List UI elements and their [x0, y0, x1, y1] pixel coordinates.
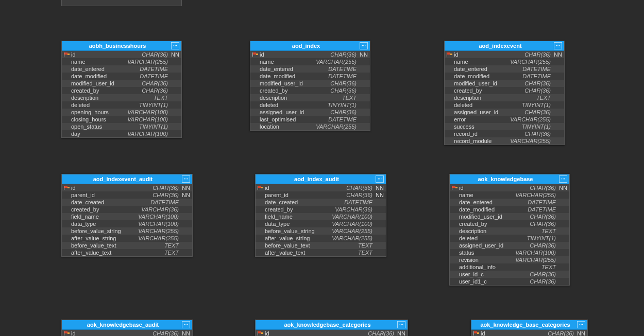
table-row[interactable]: assigned_user_idCHAR(36) — [450, 242, 569, 249]
table-row[interactable]: modified_user_idCHAR(36) — [450, 213, 569, 220]
table-row[interactable]: open_statusTINYINT(1) — [62, 123, 181, 130]
table-row[interactable]: date_modifiedDATETIME — [250, 73, 370, 80]
table-aod_indexevent[interactable]: aod_indexevent⋯idCHAR(36)NNnameVARCHAR(2… — [444, 41, 565, 145]
table-header[interactable]: aok_knowledgebase_audit⋯ — [62, 320, 192, 330]
table-row[interactable]: date_enteredDATETIME — [450, 199, 569, 206]
table-row[interactable]: parent_idCHAR(36)NN — [256, 191, 386, 199]
table-header[interactable]: aod_indexevent_audit⋯ — [62, 174, 192, 184]
table-row[interactable]: deletedTINYINT(1) — [445, 101, 564, 109]
table-aok_knowledgebase_audit[interactable]: aok_knowledgebase_audit⋯idCHAR(36)NN — [61, 320, 193, 336]
table-row[interactable]: nameVARCHAR(255) — [450, 191, 569, 199]
table-row[interactable]: descriptionTEXT — [445, 94, 564, 101]
table-row[interactable]: parent_idCHAR(36)NN — [62, 191, 192, 199]
table-menu-icon[interactable]: ⋯ — [577, 321, 585, 328]
table-row[interactable]: assigned_user_idCHAR(36) — [250, 109, 370, 116]
table-menu-icon[interactable]: ⋯ — [182, 321, 190, 328]
table-header[interactable]: aok_knowledgebase_categories⋯ — [256, 320, 408, 330]
table-row[interactable]: after_value_stringVARCHAR(255) — [256, 235, 386, 242]
table-row[interactable]: date_enteredDATETIME — [62, 65, 181, 73]
table-row[interactable]: idCHAR(36)NN — [256, 184, 386, 191]
table-row[interactable]: locationVARCHAR(255) — [250, 123, 370, 130]
table-row[interactable]: after_value_stringVARCHAR(255) — [62, 235, 192, 242]
table-row[interactable]: date_modifiedDATETIME — [450, 206, 569, 213]
table-menu-icon[interactable]: ⋯ — [182, 175, 190, 183]
table-row[interactable]: nameVARCHAR(255) — [445, 58, 564, 65]
table-row[interactable]: before_value_textTEXT — [256, 242, 386, 249]
table-header[interactable]: aod_index⋯ — [250, 41, 370, 51]
table-menu-icon[interactable]: ⋯ — [559, 175, 567, 183]
table-row[interactable]: data_typeVARCHAR(100) — [256, 220, 386, 227]
table-row[interactable]: user_id_cCHAR(36) — [450, 271, 569, 278]
table-row[interactable]: date_enteredDATETIME — [445, 65, 564, 73]
table-aod_indexevent_audit[interactable]: aod_indexevent_audit⋯idCHAR(36)NNparent_… — [61, 174, 193, 257]
table-header[interactable]: aok_knowledgebase⋯ — [450, 174, 569, 184]
table-row[interactable]: deletedTINYINT(1) — [450, 235, 569, 242]
table-row[interactable]: idCHAR(36)NN — [256, 330, 408, 336]
table-row[interactable]: descriptionTEXT — [62, 94, 181, 101]
table-row[interactable]: descriptionTEXT — [450, 227, 569, 235]
table-row[interactable]: record_moduleVARCHAR(255) — [445, 137, 564, 145]
table-row[interactable]: after_value_textTEXT — [256, 249, 386, 256]
table-header[interactable]: aod_indexevent⋯ — [445, 41, 564, 51]
table-row[interactable]: after_value_textTEXT — [62, 249, 192, 256]
table-row[interactable]: idCHAR(36)NN — [62, 184, 192, 191]
table-row[interactable]: nameVARCHAR(255) — [250, 58, 370, 65]
table-header[interactable]: aobh_businesshours⋯ — [62, 41, 181, 51]
table-header[interactable]: aok_knowledge_base_categories⋯ — [471, 320, 587, 330]
table-row[interactable]: created_byCHAR(36) — [445, 87, 564, 94]
table-row[interactable]: before_value_textTEXT — [62, 242, 192, 249]
table-aok_knowledge_base_categories[interactable]: aok_knowledge_base_categories⋯idCHAR(36)… — [471, 320, 588, 336]
table-row[interactable]: created_byVARCHAR(36) — [62, 206, 192, 213]
table-menu-icon[interactable]: ⋯ — [171, 42, 179, 49]
table-row[interactable]: modified_user_idCHAR(36) — [445, 80, 564, 87]
table-row[interactable]: modified_user_idCHAR(36) — [250, 80, 370, 87]
table-row[interactable]: additional_infoTEXT — [450, 263, 569, 271]
table-row[interactable]: before_value_stringVARCHAR(255) — [62, 227, 192, 235]
table-row[interactable]: descriptionTEXT — [250, 94, 370, 101]
table-row[interactable]: nameVARCHAR(255) — [62, 58, 181, 65]
table-aod_index_audit[interactable]: aod_index_audit⋯idCHAR(36)NNparent_idCHA… — [255, 174, 386, 257]
table-menu-icon[interactable]: ⋯ — [376, 175, 384, 183]
table-aok_knowledgebase[interactable]: aok_knowledgebase⋯idCHAR(36)NNnameVARCHA… — [449, 174, 570, 286]
table-row[interactable]: idCHAR(36)NN — [450, 184, 569, 191]
table-row[interactable]: deletedTINYINT(1) — [250, 101, 370, 109]
table-row[interactable]: errorVARCHAR(255) — [445, 116, 564, 123]
table-row[interactable]: date_modifiedDATETIME — [62, 73, 181, 80]
table-row[interactable]: idCHAR(36)NN — [445, 51, 564, 58]
table-menu-icon[interactable]: ⋯ — [360, 42, 368, 49]
table-row[interactable]: idCHAR(36)NN — [250, 51, 370, 58]
table-row[interactable]: created_byCHAR(36) — [450, 220, 569, 227]
table-row[interactable]: closing_hoursVARCHAR(100) — [62, 116, 181, 123]
table-row[interactable]: assigned_user_idCHAR(36) — [445, 109, 564, 116]
table-row[interactable]: created_byVARCHAR(36) — [256, 206, 386, 213]
table-row[interactable]: date_createdDATETIME — [256, 199, 386, 206]
table-row[interactable]: statusVARCHAR(100) — [450, 249, 569, 256]
table-row[interactable]: user_id1_cCHAR(36) — [450, 278, 569, 285]
table-row[interactable]: date_createdDATETIME — [62, 199, 192, 206]
table-row[interactable]: opening_hoursVARCHAR(100) — [62, 109, 181, 116]
table-row[interactable]: idCHAR(36)NN — [62, 51, 181, 58]
table-row[interactable]: idCHAR(36)NN — [471, 330, 587, 336]
table-row[interactable]: dayVARCHAR(100) — [62, 130, 181, 137]
table-aok_knowledgebase_categories[interactable]: aok_knowledgebase_categories⋯idCHAR(36)N… — [255, 320, 408, 336]
table-row[interactable]: revisionVARCHAR(255) — [450, 256, 569, 263]
table-header[interactable]: aod_index_audit⋯ — [256, 174, 386, 184]
table-aobh_businesshours[interactable]: aobh_businesshours⋯idCHAR(36)NNnameVARCH… — [61, 41, 182, 138]
table-row[interactable]: before_value_stringVARCHAR(255) — [256, 227, 386, 235]
table-row[interactable]: created_byCHAR(36) — [62, 87, 181, 94]
table-row[interactable]: data_typeVARCHAR(100) — [62, 220, 192, 227]
table-aod_index[interactable]: aod_index⋯idCHAR(36)NNnameVARCHAR(255)da… — [250, 41, 370, 131]
table-row[interactable]: field_nameVARCHAR(100) — [256, 213, 386, 220]
table-row[interactable]: modified_user_idCHAR(36) — [62, 80, 181, 87]
table-menu-icon[interactable]: ⋯ — [554, 42, 562, 49]
table-row[interactable]: created_byCHAR(36) — [250, 87, 370, 94]
table-row[interactable]: last_optimisedDATETIME — [250, 116, 370, 123]
table-row[interactable]: successTINYINT(1) — [445, 123, 564, 130]
table-row[interactable]: field_nameVARCHAR(100) — [62, 213, 192, 220]
table-menu-icon[interactable]: ⋯ — [397, 321, 405, 328]
table-row[interactable]: date_enteredDATETIME — [250, 65, 370, 73]
table-row[interactable]: deletedTINYINT(1) — [62, 101, 181, 109]
erd-canvas[interactable]: aobh_businesshours⋯idCHAR(36)NNnameVARCH… — [0, 0, 644, 336]
table-row[interactable]: date_modifiedDATETIME — [445, 73, 564, 80]
table-row[interactable]: idCHAR(36)NN — [62, 330, 192, 336]
